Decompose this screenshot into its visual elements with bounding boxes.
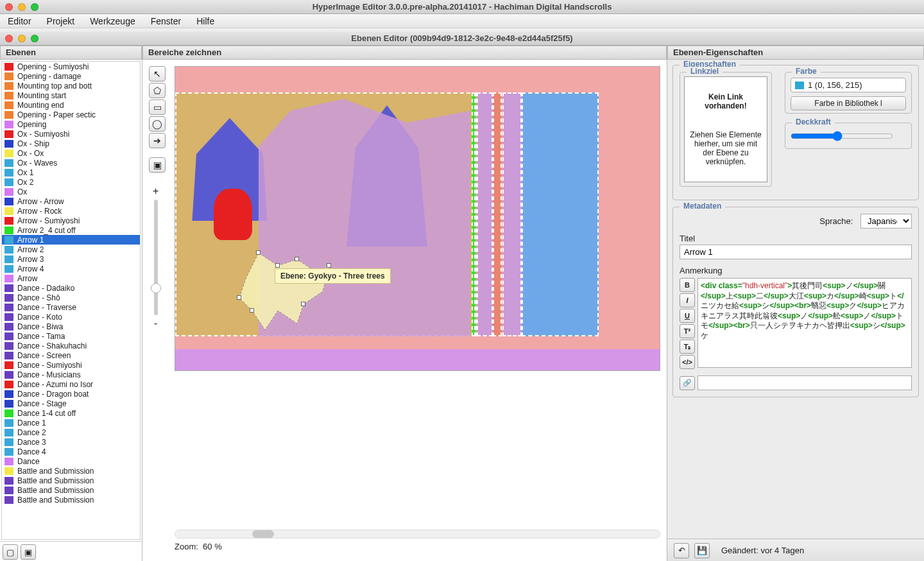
link-insert-button[interactable]: 🔗 [680, 376, 695, 390]
layer-row[interactable]: Arrow 2 [2, 245, 140, 254]
zoom-in-button[interactable]: + [153, 186, 158, 197]
layer-row[interactable]: Ox - Waves [2, 158, 140, 168]
zoom-slider[interactable] [154, 200, 158, 315]
minimize-doc-button[interactable] [18, 35, 26, 42]
fmt-bold-button[interactable]: B [680, 278, 695, 292]
layer-action-1-button[interactable]: ▢ [3, 544, 18, 560]
menu-werkzeuge[interactable]: Werkzeuge [90, 16, 135, 26]
layer-row[interactable]: Battle and Submission [2, 485, 140, 495]
layer-row[interactable]: Mounting top and bott [2, 81, 140, 91]
annotation-textarea[interactable]: <div class="hdh-vertical">其後門司<sup>ノ</su… [697, 278, 912, 368]
save-button[interactable]: 💾 [694, 543, 710, 558]
zoom-doc-button[interactable] [31, 35, 38, 42]
menu-fenster[interactable]: Fenster [151, 16, 181, 26]
tool-arrow[interactable]: ➔ [149, 133, 166, 148]
close-window-button[interactable] [5, 3, 13, 11]
zoom-out-button[interactable]: - [154, 318, 157, 329]
layer-color-swatch [4, 294, 13, 302]
layer-row[interactable]: Dance 1-4 cut off [2, 408, 140, 418]
link-drop-target[interactable]: Kein Link vorhanden! Ziehen Sie Elemente… [684, 76, 767, 182]
tool-polygon[interactable]: ⬠ [149, 83, 166, 98]
zoom-window-button[interactable] [31, 3, 38, 11]
layer-row[interactable]: Arrow - Sumiyoshi [2, 216, 140, 225]
layer-color-swatch [4, 487, 13, 494]
layer-row[interactable]: Dance - Sumiyoshi [2, 360, 140, 370]
layer-row[interactable]: Dance 2 [2, 427, 140, 437]
menu-editor[interactable]: Editor [8, 16, 31, 26]
fmt-italic-button[interactable]: I [680, 293, 695, 307]
tool-crop[interactable]: ▣ [149, 157, 166, 173]
layer-name: Ox - Ox [17, 149, 44, 158]
layer-row[interactable]: Arrow - Arrow [2, 196, 140, 206]
color-selector[interactable]: 1 (0, 156, 215) [791, 78, 906, 92]
layer-row[interactable]: Dance - Dadaiko [2, 283, 140, 293]
fmt-underline-button[interactable]: U [680, 309, 695, 323]
layer-row[interactable]: Dance [2, 456, 140, 466]
layer-action-2-button[interactable]: ▣ [21, 544, 36, 560]
layer-color-swatch [4, 178, 13, 186]
layer-color-swatch [4, 246, 13, 254]
close-doc-button[interactable] [5, 35, 13, 42]
minimize-window-button[interactable] [18, 3, 26, 11]
layer-row[interactable]: Ox - Ox [2, 148, 140, 158]
layer-name: Ox [17, 187, 27, 196]
opacity-slider[interactable] [791, 131, 893, 141]
link-input[interactable] [697, 375, 912, 390]
layer-row[interactable]: Dance - Shakuhachi [2, 341, 140, 350]
layer-color-swatch [4, 467, 13, 475]
layer-row[interactable]: Dance 4 [2, 447, 140, 456]
layer-name: Ox 1 [17, 168, 33, 177]
menu-hilfe[interactable]: Hilfe [196, 16, 214, 26]
fmt-sub-button[interactable]: T₂ [680, 340, 695, 354]
layer-row[interactable]: Dance - Stage [2, 399, 140, 408]
layer-row[interactable]: Dance - Azumi no Isor [2, 379, 140, 389]
language-select[interactable]: Japanisch [860, 214, 912, 229]
undo-button[interactable]: ↶ [674, 543, 689, 558]
layer-row[interactable]: Opening - damage [2, 71, 140, 81]
tool-ellipse[interactable]: ◯ [149, 116, 166, 132]
layer-row[interactable]: Battle and Submission [2, 476, 140, 485]
fmt-sup-button[interactable]: T² [680, 324, 695, 338]
layer-list[interactable]: Opening - SumiyoshiOpening - damageMount… [1, 61, 141, 540]
layer-row[interactable]: Battle and Submission [2, 466, 140, 476]
layer-name: Battle and Submission [17, 476, 94, 485]
layer-row[interactable]: Arrow 1 [2, 235, 140, 245]
layer-row[interactable]: Dance 1 [2, 418, 140, 427]
layer-row[interactable]: Mounting end [2, 100, 140, 110]
canvas-h-scrollbar[interactable] [175, 530, 660, 539]
layer-row[interactable]: Ox - Ship [2, 139, 140, 148]
menu-projekt[interactable]: Projekt [47, 16, 75, 26]
layer-name: Dance - Azumi no Isor [17, 380, 93, 389]
layer-row[interactable]: Dance - Koto [2, 312, 140, 322]
layer-row[interactable]: Dance - Tama [2, 331, 140, 341]
tool-pointer[interactable]: ↖ [149, 66, 166, 82]
layer-row[interactable]: Dance - Dragon boat [2, 389, 140, 399]
layer-row[interactable]: Dance - Biwa [2, 322, 140, 331]
color-library-button[interactable]: Farbe in Bibliothek l [791, 96, 906, 110]
layer-row[interactable]: Ox - Sumiyoshi [2, 129, 140, 139]
title-input[interactable] [680, 245, 912, 259]
layer-row[interactable]: Dance - Traverse [2, 302, 140, 312]
layer-row[interactable]: Dance - Musicians [2, 370, 140, 379]
layer-row[interactable]: Dance 3 [2, 437, 140, 447]
layer-row[interactable]: Arrow 3 [2, 254, 140, 264]
layer-row[interactable]: Arrow 4 [2, 264, 140, 273]
layer-row[interactable]: Mounting start [2, 91, 140, 100]
layer-row[interactable]: Dance - Shô [2, 293, 140, 302]
layer-row[interactable]: Arrow 2_4 cut off [2, 225, 140, 235]
layer-row[interactable]: Ox 2 [2, 177, 140, 187]
layer-name: Dance - Screen [17, 351, 71, 360]
layer-row[interactable]: Opening - Paper sectic [2, 110, 140, 119]
fmt-code-button[interactable]: </> [680, 355, 695, 369]
layer-color-swatch [4, 332, 13, 340]
image-canvas[interactable]: Ebene: Gyokyo - Three trees [175, 66, 660, 371]
layer-row[interactable]: Dance - Screen [2, 350, 140, 360]
layer-row[interactable]: Ox 1 [2, 168, 140, 177]
layer-row[interactable]: Opening [2, 119, 140, 129]
layer-row[interactable]: Ox [2, 187, 140, 196]
layer-row[interactable]: Arrow [2, 273, 140, 283]
layer-row[interactable]: Arrow - Rock [2, 206, 140, 216]
tool-rectangle[interactable]: ▭ [149, 99, 166, 115]
layer-row[interactable]: Battle and Submission [2, 495, 140, 505]
layer-row[interactable]: Opening - Sumiyoshi [2, 62, 140, 71]
